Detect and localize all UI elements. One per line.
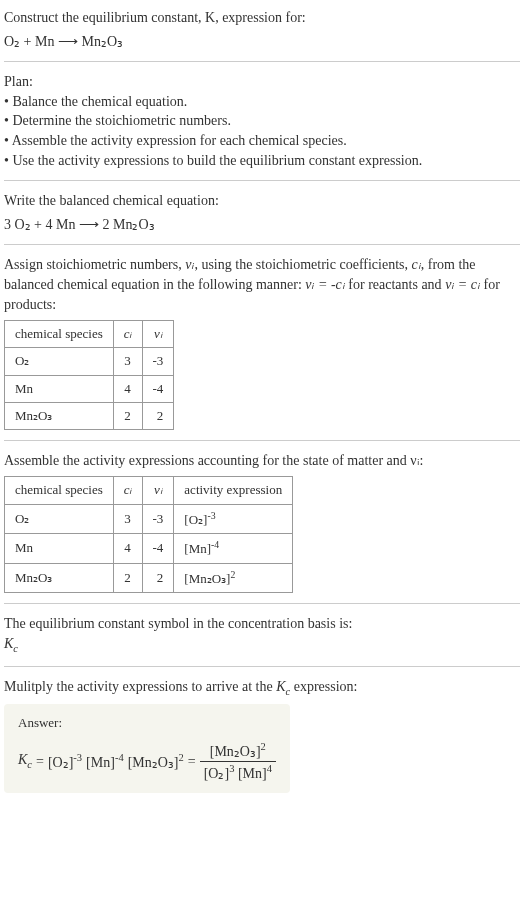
equals: = [36,752,44,772]
answer-equation: Kc = [O₂]-3 [Mn]-4 [Mn₂O₃]2 = [Mn₂O₃]2 [… [18,740,276,784]
th-nui: νᵢ [142,477,174,504]
td-species: Mn [5,534,114,564]
term-base: [Mn₂O₃] [128,755,179,770]
header-section: Construct the equilibrium constant, K, e… [4,8,520,51]
activity-table: chemical species cᵢ νᵢ activity expressi… [4,476,293,593]
kc-k: K [18,752,27,767]
activity-base: [O₂] [184,512,207,527]
balanced-section: Write the balanced chemical equation: 3 … [4,191,520,234]
term-exp: -3 [73,752,82,763]
td-species: O₂ [5,504,114,534]
td-species: O₂ [5,348,114,375]
multiply-title: Mulitply the activity expressions to arr… [4,677,520,699]
activity-base: [Mn₂O₃] [184,571,230,586]
activity-title: Assemble the activity expressions accoun… [4,451,520,471]
kc-k: K [4,636,13,651]
td-ci: 3 [113,504,142,534]
term3: [Mn₂O₃]2 [128,751,184,772]
den-exp: 3 [229,763,234,774]
term-exp: -4 [115,752,124,763]
table-row: O₂ 3 -3 [5,348,174,375]
td-nui: 2 [142,563,174,593]
num-exp: 2 [261,741,266,752]
td-nui: -4 [142,534,174,564]
plan-item: • Assemble the activity expression for e… [4,131,520,151]
rel-reactants: νᵢ = -cᵢ [305,277,345,292]
stoich-text: , using the stoichiometric coefficients, [194,257,411,272]
th-nui: νᵢ [142,321,174,348]
activity-exp: 2 [230,569,235,580]
fraction: [Mn₂O₃]2 [O₂]3 [Mn]4 [200,740,276,784]
activity-exp: -4 [211,539,219,550]
kc-symbol-title: The equilibrium constant symbol in the c… [4,614,520,634]
plan-section: Plan: • Balance the chemical equation. •… [4,72,520,170]
header-text-pre: Construct the equilibrium constant, K, e… [4,10,306,25]
activity-base: [Mn] [184,542,211,557]
divider [4,666,520,667]
td-species: Mn [5,375,114,402]
plan-item: • Determine the stoichiometric numbers. [4,111,520,131]
term-base: [Mn] [86,755,115,770]
td-nui: 2 [142,402,174,429]
th-species: chemical species [5,321,114,348]
stoich-intro: Assign stoichiometric numbers, νᵢ, using… [4,255,520,314]
td-ci: 4 [113,534,142,564]
num-base: [Mn₂O₃] [210,744,261,759]
equals: = [188,752,196,772]
term1: [O₂]-3 [48,751,82,772]
th-ci: cᵢ [113,321,142,348]
td-activity: [Mn₂O₃]2 [174,563,293,593]
multiply-section: Mulitply the activity expressions to arr… [4,677,520,793]
answer-label: Answer: [18,714,276,732]
td-activity: [O₂]-3 [174,504,293,534]
divider [4,61,520,62]
stoich-table: chemical species cᵢ νᵢ O₂ 3 -3 Mn 4 -4 M… [4,320,174,430]
divider [4,244,520,245]
answer-box: Answer: Kc = [O₂]-3 [Mn]-4 [Mn₂O₃]2 = [M… [4,704,290,794]
denominator: [O₂]3 [Mn]4 [200,762,276,783]
td-nui: -4 [142,375,174,402]
td-nui: -3 [142,348,174,375]
kc-sub: c [13,643,18,654]
divider [4,180,520,181]
rel-products: νᵢ = cᵢ [445,277,480,292]
den-base: [Mn] [238,766,267,781]
header-equation: O₂ + Mn ⟶ Mn₂O₃ [4,32,520,52]
stoich-text: for reactants and [345,277,445,292]
td-species: Mn₂O₃ [5,402,114,429]
th-ci: cᵢ [113,477,142,504]
kc-lhs: Kc [18,750,32,772]
kc-symbol-section: The equilibrium constant symbol in the c… [4,614,520,656]
table-row: Mn 4 -4 [Mn]-4 [5,534,293,564]
td-species: Mn₂O₃ [5,563,114,593]
numerator: [Mn₂O₃]2 [200,740,276,762]
balanced-title: Write the balanced chemical equation: [4,191,520,211]
td-activity: [Mn]-4 [174,534,293,564]
table-row: Mn₂O₃ 2 2 [Mn₂O₃]2 [5,563,293,593]
table-header-row: chemical species cᵢ νᵢ activity expressi… [5,477,293,504]
den-exp: 4 [267,763,272,774]
table-header-row: chemical species cᵢ νᵢ [5,321,174,348]
term-base: [O₂] [48,755,73,770]
activity-section: Assemble the activity expressions accoun… [4,451,520,593]
plan-item: • Use the activity expressions to build … [4,151,520,171]
td-ci: 4 [113,375,142,402]
td-nui: -3 [142,504,174,534]
kc-sub: c [27,759,32,770]
den-base: [O₂] [204,766,229,781]
stoich-section: Assign stoichiometric numbers, νᵢ, using… [4,255,520,430]
th-activity: activity expression [174,477,293,504]
term-exp: 2 [179,752,184,763]
balanced-equation: 3 O₂ + 4 Mn ⟶ 2 Mn₂O₃ [4,215,520,235]
table-row: Mn₂O₃ 2 2 [5,402,174,429]
divider [4,603,520,604]
td-ci: 2 [113,402,142,429]
table-row: O₂ 3 -3 [O₂]-3 [5,504,293,534]
header-line1: Construct the equilibrium constant, K, e… [4,8,520,28]
kc-symbol: Kc [4,634,520,656]
table-row: Mn 4 -4 [5,375,174,402]
plan-title: Plan: [4,72,520,92]
term2: [Mn]-4 [86,751,124,772]
td-ci: 2 [113,563,142,593]
stoich-text: Assign stoichiometric numbers, [4,257,185,272]
